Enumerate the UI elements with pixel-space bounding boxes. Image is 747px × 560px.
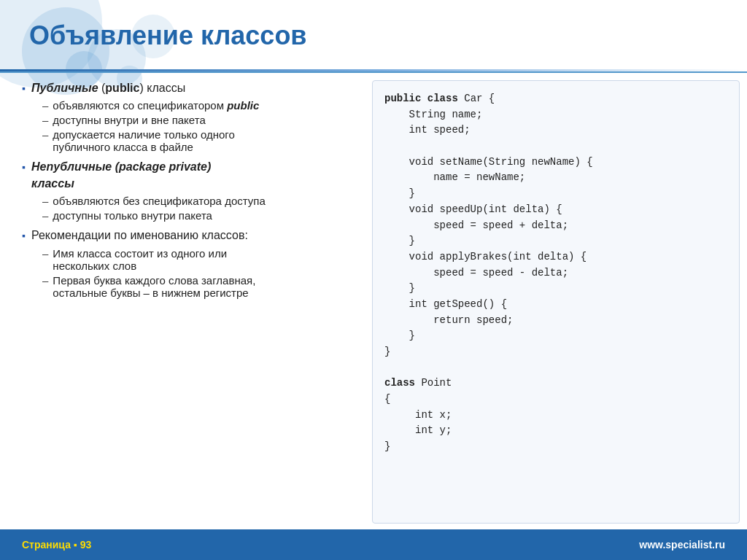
dash-3-1: – — [42, 247, 48, 260]
sub-bullet-3-1: – Имя класса состоит из одного илинескол… — [42, 247, 372, 272]
dash-1-3: – — [42, 128, 48, 141]
dash-2-1: – — [42, 195, 48, 207]
main-bullet-3-text: Рекомендации по именованию классов: — [31, 228, 248, 244]
sub-bullet-1-3: – допускается наличие только одногопубли… — [42, 128, 372, 153]
sub-bullet-2-1: – объявляются без спецификатора доступа — [42, 195, 372, 207]
sub-bullets-2: – объявляются без спецификатора доступа … — [42, 195, 372, 222]
bullet-recommendations: ▪ Рекомендации по именованию классов: – … — [22, 228, 372, 298]
footer: Страница ▪ 93 www.specialist.ru — [0, 529, 747, 560]
footer-separator: ▪ — [74, 539, 77, 551]
code-panel: public class Car { String name; int spee… — [372, 80, 740, 524]
main-bullet-2-text: Непубличные (package private)классы — [31, 159, 211, 192]
footer-page: Страница ▪ 93 — [22, 539, 91, 551]
title-area: Объявление классов — [0, 0, 747, 73]
bullet-icon-2: ▪ — [22, 161, 26, 173]
sub-bullet-3-2-text: Первая буква каждого слова заглавная,ост… — [53, 274, 255, 299]
code-block: public class Car { String name; int spee… — [384, 91, 727, 455]
sub-bullet-3-1-text: Имя класса состоит из одного илинескольк… — [53, 247, 227, 272]
dash-1-1: – — [42, 99, 48, 112]
sub-bullets-1: – объявляются со спецификатором public –… — [42, 99, 372, 153]
sub-bullet-1-2-text: доступны внутри и вне пакета — [53, 114, 205, 126]
footer-page-label: Страница — [22, 539, 71, 551]
main-bullet-1-text: Публичные (public) классы — [31, 80, 185, 96]
dash-1-2: – — [42, 114, 48, 126]
dash-2-2: – — [42, 209, 48, 222]
main-bullet-1: ▪ Публичные (public) классы — [22, 80, 372, 96]
main-bullet-2: ▪ Непубличные (package private)классы — [22, 159, 372, 192]
sub-bullet-2-2: – доступны только внутри пакета — [42, 209, 372, 222]
footer-url: www.specialist.ru — [639, 539, 725, 551]
bullet-icon-3: ▪ — [22, 230, 26, 241]
left-panel: ▪ Публичные (public) классы – объявляютс… — [22, 80, 372, 524]
sub-bullet-1-1: – объявляются со спецификатором public — [42, 99, 372, 112]
dash-3-2: – — [42, 274, 48, 287]
sub-bullet-1-2: – доступны внутри и вне пакета — [42, 114, 372, 126]
sub-bullet-1-3-text: допускается наличие только одногопубличн… — [53, 128, 234, 153]
page-title: Объявление классов — [29, 20, 307, 51]
bullet-public-classes: ▪ Публичные (public) классы – объявляютс… — [22, 80, 372, 153]
main-bullet-3: ▪ Рекомендации по именованию классов: — [22, 228, 372, 244]
sub-bullet-3-2: – Первая буква каждого слова заглавная,о… — [42, 274, 372, 299]
footer-page-number: 93 — [80, 539, 92, 551]
bullet-package-private: ▪ Непубличные (package private)классы – … — [22, 159, 372, 222]
bullet-icon-1: ▪ — [22, 82, 26, 94]
sub-bullet-2-2-text: доступны только внутри пакета — [53, 209, 212, 222]
sub-bullets-3: – Имя класса состоит из одного илинескол… — [42, 247, 372, 299]
sub-bullet-1-1-text: объявляются со спецификатором public — [53, 99, 259, 112]
sub-bullet-2-1-text: объявляются без спецификатора доступа — [53, 195, 265, 207]
title-underline — [0, 69, 747, 71]
